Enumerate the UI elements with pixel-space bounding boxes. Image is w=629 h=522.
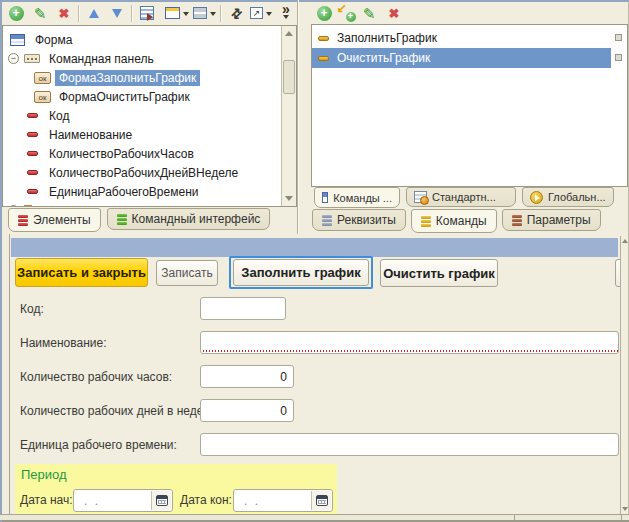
strip-divider [621, 514, 622, 520]
scroll-up-icon [285, 31, 293, 36]
move-down-button[interactable] [107, 3, 127, 23]
tab-commands[interactable]: Команды [411, 209, 497, 233]
date-start-calendar-button[interactable] [151, 491, 171, 510]
check-list-icon [140, 6, 154, 20]
arrow-down-icon [112, 9, 122, 18]
save-and-close-button[interactable]: Записать и закрыть [15, 258, 148, 287]
attribute-icon [27, 151, 38, 156]
tree-item-name[interactable]: Наименование [3, 125, 280, 144]
elements-toolbar: + ✎ ✖ ⇄ ↗ » [6, 2, 296, 24]
form-scrollbar[interactable] [620, 236, 628, 514]
save-button[interactable]: Записать [156, 260, 218, 286]
tree-item-form[interactable]: Форма [3, 30, 280, 49]
tab-attributes[interactable]: Реквизиты [312, 209, 406, 231]
list-bars-icon [18, 215, 28, 226]
code-field[interactable] [200, 297, 286, 320]
tree-item-code[interactable]: Код [3, 106, 280, 125]
tree-scrollbar[interactable] [281, 26, 296, 206]
form-view-button[interactable] [165, 3, 189, 23]
command-icon [318, 56, 329, 61]
tab-standard-commands[interactable]: Стандартн... [406, 187, 516, 207]
clear-schedule-button[interactable]: Очистить график [380, 259, 498, 287]
attribute-icon [27, 170, 38, 175]
tree-item-work-hours[interactable]: КоличествоРабочихЧасов [3, 144, 280, 163]
tab-global-commands[interactable]: Глобальн... [522, 187, 614, 207]
tab-elements[interactable]: Элементы [8, 208, 101, 232]
swap-arrows-icon: ⇄ [227, 4, 245, 22]
edit-button[interactable]: ✎ [30, 3, 50, 23]
delete-button[interactable]: ✖ [54, 3, 74, 23]
plus-icon: + [346, 12, 356, 22]
plus-icon: + [9, 6, 24, 21]
bottom-status-strip [0, 514, 629, 520]
delete-icon: ✖ [389, 7, 400, 20]
pencil-icon: ✎ [363, 6, 376, 21]
global-commands-icon [530, 191, 543, 204]
tree-item-work-days[interactable]: КоличествоРабочихДнейВНеделе [3, 163, 280, 182]
form-boundary [9, 234, 10, 515]
dropdown-caret-icon [283, 15, 289, 22]
period-group: Период Дата нач: . . Дата кон: . . [15, 464, 337, 514]
yellow-arrow-icon: ↙ [337, 1, 347, 15]
date-start-field[interactable]: . . [73, 489, 173, 512]
commands-sub-tab-bar: Команды ... Стандартн... Глобальн... [314, 187, 614, 208]
tree-item-fill-schedule-button[interactable]: ок ФормаЗаполнитьГрафик [3, 68, 280, 87]
command-use-flag[interactable] [615, 34, 622, 41]
delete-command-button[interactable]: ✖ [384, 3, 404, 23]
add-command-button[interactable]: + [314, 3, 334, 23]
scroll-thumb[interactable] [283, 60, 295, 94]
resize-button[interactable]: ↗ [250, 3, 272, 23]
check-pages-button[interactable] [137, 3, 157, 23]
form-commands-icon [322, 192, 328, 203]
date-end-field[interactable]: . . [233, 489, 333, 512]
list-bars-icon [322, 215, 332, 226]
command-row-fill-schedule[interactable]: ЗаполнитьГрафик [312, 28, 611, 48]
tree-item-period-group[interactable]: П [3, 201, 280, 207]
panel-view-button[interactable] [193, 3, 217, 23]
scroll-up-button[interactable] [282, 26, 296, 41]
tree-item-work-unit[interactable]: ЕдиницаРабочегоВремени [3, 182, 280, 201]
list-bars-icon [421, 216, 431, 227]
command-icon [318, 36, 329, 41]
tab-parameters[interactable]: Параметры [502, 209, 601, 231]
more-tools-button[interactable]: » [276, 3, 296, 23]
tab-command-interface[interactable]: Командный интерфейс [107, 208, 271, 230]
date-end-calendar-button[interactable] [311, 491, 331, 510]
code-label: Код: [20, 302, 44, 316]
command-row-clear-schedule[interactable]: ОчиститьГрафик [312, 48, 611, 68]
standard-commands-icon [414, 191, 427, 203]
scroll-down-button[interactable] [282, 191, 296, 206]
attribute-icon [27, 132, 38, 137]
calendar-icon [156, 495, 168, 506]
name-field[interactable] [200, 331, 619, 354]
elements-tree: Форма − Командная панель ок ФормаЗаполни… [2, 25, 297, 207]
collapse-toggle-icon[interactable]: − [8, 53, 19, 64]
form-icon [10, 34, 25, 46]
swap-button[interactable]: ⇄ [226, 3, 246, 23]
scroll-down-icon [622, 507, 628, 511]
tab-form-commands[interactable]: Команды ... [314, 187, 400, 208]
dropdown-caret-icon [210, 12, 216, 19]
name-label: Наименование: [20, 336, 107, 350]
work-days-label: Количество рабочих дней в неделе: [20, 404, 220, 418]
work-unit-label: Единица рабочего времени: [20, 438, 177, 452]
dropdown-caret-icon [266, 12, 272, 19]
edit-command-button[interactable]: ✎ [359, 3, 379, 23]
expand-toggle-icon[interactable] [8, 205, 19, 207]
command-use-flag[interactable] [615, 54, 622, 61]
designer-window: + ✎ ✖ ⇄ ↗ » Форма − Командная панель [0, 0, 629, 522]
ok-button-icon: ок [34, 91, 51, 103]
tree-item-command-bar[interactable]: − Командная панель [3, 49, 280, 68]
work-days-field[interactable]: 0 [200, 399, 294, 422]
work-unit-field[interactable] [200, 433, 619, 456]
tree-item-clear-schedule-button[interactable]: ок ФормаОчиститьГрафик [3, 87, 280, 106]
attribute-icon [27, 189, 38, 194]
arrow-up-icon [89, 9, 99, 18]
add-button[interactable]: + [6, 3, 26, 23]
calendar-icon [316, 495, 328, 506]
work-hours-field[interactable]: 0 [200, 365, 294, 388]
move-up-button[interactable] [84, 3, 104, 23]
add-special-command-button[interactable]: ↙ + [336, 3, 356, 23]
fill-schedule-button[interactable]: Заполнить график [233, 259, 369, 286]
resize-screen-icon: ↗ [250, 7, 263, 19]
